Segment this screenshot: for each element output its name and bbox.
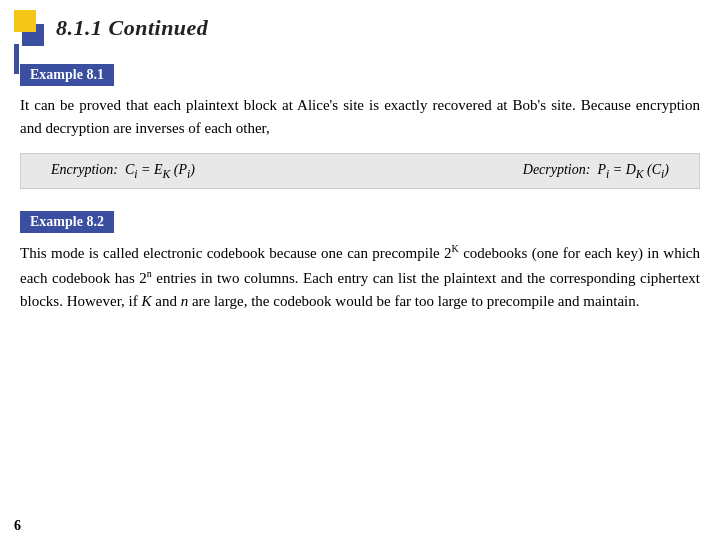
formula-box: Encryption: Ci = EK (Pi) Decryption: Pi … [20,153,700,190]
blue-bar-accent [14,44,19,74]
page-title: 8.1.1 Continued [56,15,208,41]
decryption-formula: Decryption: Pi = DK (Ci) [523,162,669,181]
decryption-label: Decryption: [523,162,591,177]
example-1-label: Example 8.1 [20,64,114,86]
main-content: Example 8.1 It can be proved that each p… [0,54,720,313]
encryption-formula: Encryption: Ci = EK (Pi) [51,162,195,181]
example-1-text: It can be proved that each plaintext blo… [20,94,700,141]
header: 8.1.1 Continued [0,0,720,54]
example-2-text: This mode is called electronic codebook … [20,241,700,313]
page-number: 6 [14,518,21,534]
header-decoration [14,10,44,46]
encryption-label: Encryption: [51,162,118,177]
example-2-label: Example 8.2 [20,211,114,233]
yellow-square [14,10,36,32]
